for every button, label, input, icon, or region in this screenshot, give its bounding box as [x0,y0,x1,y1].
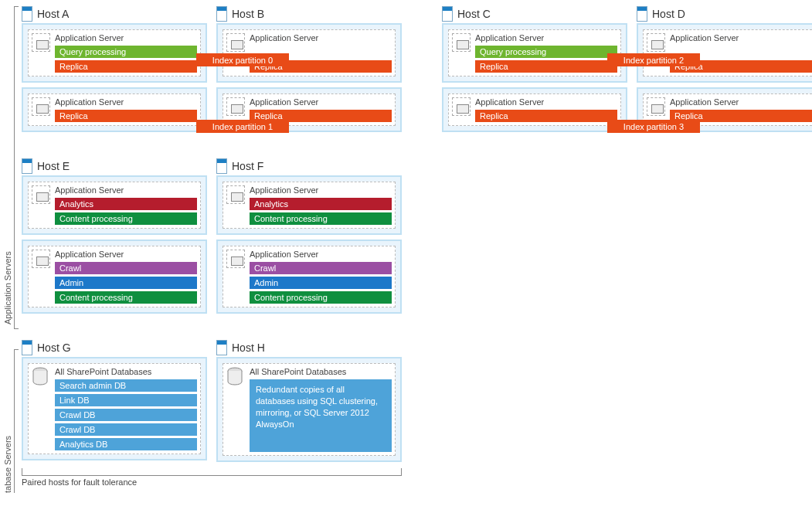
host-d: Host D Application Server . Replica Appl… [637,6,812,137]
db-search-admin: Search admin DB [55,379,197,392]
host-title: Host F [232,160,263,172]
role-analytics: Analytics [55,198,197,210]
window-icon [32,185,50,204]
host-title: Host D [652,8,685,20]
role-content: Content processing [55,212,197,225]
app-server-title: Application Server [670,97,812,107]
app-server-title: Application Server [475,97,617,107]
server-icon [442,6,453,22]
section-label-app: Application Servers [3,8,12,324]
window-icon [226,33,245,52]
role-content: Content processing [250,212,392,225]
host-a: Host A Application Server Query processi… [22,6,207,137]
host-title: Host A [37,8,69,20]
app-row-2: Host E Application Server Analytics Cont… [22,158,806,318]
db-row: Host G All SharePoint Databases Search a… [22,340,806,467]
app-server-title: Application Server [250,250,392,259]
role-replica: Replica [55,60,197,73]
server-icon [22,6,32,22]
role-content: Content processing [250,291,392,304]
host-g: Host G All SharePoint Databases Search a… [22,340,207,467]
database-icon [226,367,243,387]
section-bracket-db [14,349,19,493]
db-server-card: All SharePoint Databases Search admin DB… [28,363,201,454]
app-row-1: Host A Application Server Query processi… [22,6,806,137]
window-icon [226,250,245,268]
index-partition-0-bar: Index partition 0 [196,53,289,66]
role-replica: Replica [475,60,617,73]
window-icon [452,33,471,52]
app-server-card: Application Server Replica [448,93,621,126]
app-server-title: Application Server [250,97,392,107]
server-icon [216,6,227,22]
app-server-card: Application Server Analytics Content pro… [223,182,396,229]
server-icon [22,158,32,174]
db-server-title: All SharePoint Databases [55,367,197,376]
role-analytics: Analytics [250,198,392,210]
role-admin: Admin [250,277,392,289]
db-crawl-1: Crawl DB [55,409,197,421]
section-label-db: Database Servers [3,349,12,493]
host-title: Host E [37,160,70,172]
db-server-title: All SharePoint Databases [250,367,392,376]
db-redundancy-note: Redundant copies of all databases using … [250,379,392,452]
index-partition-2-bar: Index partition 2 [607,53,700,66]
server-icon [216,158,227,174]
server-icon [22,340,32,355]
window-icon [647,33,665,52]
window-icon [32,97,50,116]
app-server-title: Application Server [250,33,392,42]
app-server-title: Application Server [250,185,392,195]
role-crawl: Crawl [250,262,392,274]
paired-hosts-label: Paired hosts for fault tolerance [22,477,806,487]
role-query: Query processing [475,46,617,58]
host-e: Host E Application Server Analytics Cont… [22,158,207,318]
app-server-card: Application Server Crawl Admin Content p… [223,246,396,307]
role-content: Content processing [55,291,197,304]
app-server-title: Application Server [475,33,617,42]
window-icon [647,97,665,116]
window-icon [226,185,245,204]
window-icon [226,97,245,116]
paired-hosts-bracket [22,468,402,476]
section-bracket-app [14,6,19,329]
host-title: Host H [232,341,265,354]
host-c: Host C Application Server Query processi… [442,6,627,137]
window-icon [32,33,50,52]
role-admin: Admin [55,277,197,289]
role-replica: Replica [55,110,197,122]
window-icon [32,250,50,268]
index-partition-1-bar: Index partition 1 [196,120,289,133]
app-server-title: Application Server [55,250,197,259]
role-replica: Replica [475,110,617,122]
app-server-title: Application Server [670,33,812,42]
app-server-card: Application Server Analytics Content pro… [28,182,201,229]
app-server-title: Application Server [55,185,197,195]
host-h: Host H All SharePoint Databases Redundan… [216,340,402,467]
host-title: Host B [232,8,264,20]
db-server-card: All SharePoint Databases Redundant copie… [223,363,396,456]
db-analytics: Analytics DB [55,438,197,450]
index-partition-3-bar: Index partition 3 [607,120,700,133]
app-server-title: Application Server [55,33,197,42]
host-title: Host C [457,8,491,20]
app-server-card: Application Server Query processing Repl… [28,29,201,76]
role-query: Query processing [55,46,197,58]
host-title: Host G [37,341,71,354]
server-icon [216,340,227,355]
app-server-title: Application Server [55,97,197,107]
host-f: Host F Application Server Analytics Cont… [216,158,402,318]
role-crawl: Crawl [55,262,197,274]
app-server-card: Application Server Replica [28,93,201,126]
app-server-card: Application Server Query processing Repl… [448,29,621,76]
host-b: Host B Application Server . Replica Appl… [216,6,402,137]
database-icon [32,367,49,387]
db-crawl-2: Crawl DB [55,423,197,436]
app-server-card: Application Server Crawl Admin Content p… [28,246,201,307]
window-icon [452,97,471,116]
db-link: Link DB [55,394,197,406]
server-icon [637,6,647,22]
